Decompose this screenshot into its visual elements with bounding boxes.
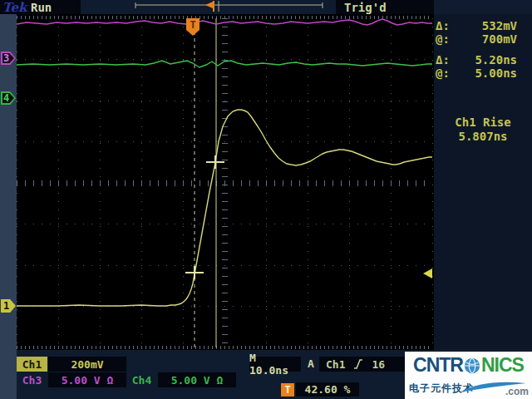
- logo-text-right: NICS: [481, 354, 524, 377]
- oscilloscope-screen: Tek Run Trig'd: [0, 0, 532, 399]
- ch4-scale-readout: 5.00 V Ω: [158, 372, 236, 387]
- trigger-position-percent: 42.60 %: [296, 382, 359, 397]
- ch3-channel-label: Ch3: [17, 372, 47, 387]
- trigger-a-label: A: [308, 357, 314, 370]
- ch4-ref-label: 4: [1, 92, 12, 104]
- ch1-ref-marker: 1: [1, 299, 16, 313]
- trigger-source-badge: Ch1 16: [319, 357, 411, 372]
- ch3-ref-label: 3: [1, 52, 12, 64]
- cntronics-wordmark: CNTR NICS: [405, 354, 532, 377]
- trigger-source: Ch1: [326, 358, 345, 371]
- cursor-at-voltage-row: @: 700mV: [436, 32, 529, 46]
- trigger-level-arrow-icon: [423, 268, 432, 278]
- globe-icon: [464, 357, 480, 374]
- measurement-title: Ch1 Rise: [434, 116, 532, 129]
- delta-label: Δ:: [436, 53, 459, 66]
- trigger-t-icon: T: [281, 383, 294, 397]
- ch3-trace: [17, 19, 432, 25]
- cursor-delta-voltage-row: Δ: 532mV: [436, 19, 529, 32]
- trigger-level-partial: 16: [372, 358, 385, 371]
- ch4-trace: [17, 61, 432, 67]
- ch4-channel-label: Ch4: [126, 372, 157, 387]
- timebase-readout: M 10.0ns: [249, 357, 301, 372]
- delta-time-value: 5.20ns: [459, 53, 529, 66]
- ch1-trace: [17, 110, 432, 306]
- ch1-channel-badge: Ch1: [17, 357, 47, 372]
- rising-edge-icon: [353, 358, 363, 370]
- at-label: @:: [436, 66, 459, 80]
- ch3-scale-readout: 5.00 V Ω: [48, 372, 126, 387]
- delta-label: Δ:: [436, 19, 459, 32]
- cursor-at-time-row: @: 5.00ns: [436, 66, 529, 80]
- at-label: @:: [436, 32, 459, 46]
- measurement-value: 5.807ns: [434, 130, 532, 143]
- ch4-ref-marker: 4: [1, 91, 16, 105]
- ch1-scale-readout: 200mV: [48, 357, 126, 372]
- ch1-ref-label: 1: [1, 300, 12, 312]
- at-voltage-value: 700mV: [459, 32, 529, 46]
- record-trigger-flag-icon: [205, 2, 213, 8]
- logo-tld: .com: [505, 386, 529, 397]
- trigger-position-marker-label: T: [190, 19, 195, 31]
- delta-voltage-value: 532mV: [459, 19, 529, 32]
- cursor-delta-time-row: Δ: 5.20ns: [436, 53, 529, 66]
- cntronics-watermark: CNTR NICS 电子元件技术 .com: [405, 352, 532, 399]
- at-time-value: 5.00ns: [459, 66, 529, 80]
- ch3-ref-marker: 3: [1, 52, 16, 65]
- logo-text-left: CNTR: [413, 354, 463, 377]
